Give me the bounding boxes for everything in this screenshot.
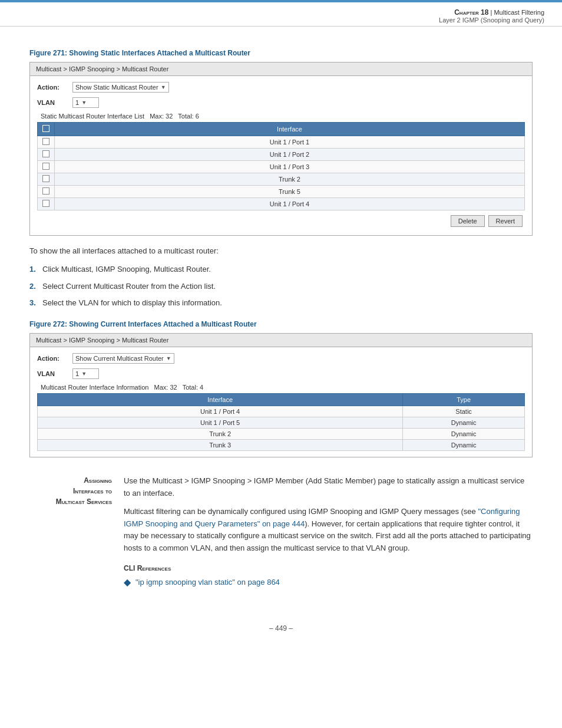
interface-table-272: Interface Type Unit 1 / Port 4StaticUnit… [37,393,525,451]
figure-271-title: Figure 271: Showing Static Interfaces At… [29,49,533,57]
row-checkbox[interactable] [38,173,55,186]
vlan-row-272: VLAN 1 ▼ [37,368,525,379]
figure-272-title: Figure 272: Showing Current Interfaces A… [29,320,533,328]
interface-col-header-272: Interface [38,394,403,406]
page-header: Chapter 18 | Multicast Filtering Layer 2… [0,2,562,27]
body-text-1: To show the all interfaces attached to a… [29,245,533,258]
select-all-checkbox[interactable] [42,125,49,132]
figure-272-panel: Multicast > IGMP Snooping > Multicast Ro… [29,333,533,457]
step-3-text: Select the VLAN for which to display thi… [42,297,533,309]
interface-cell: Trunk 3 [38,440,403,451]
action-select-272[interactable]: Show Current Multicast Router ▼ [72,353,174,364]
step-1-num: 1. [29,263,42,276]
assigning-section: Assigning Interfaces to Multicast Servic… [29,475,533,589]
chapter-info: Chapter 18 | Multicast Filtering Layer 2… [439,8,544,24]
page-footer: – 449 – [0,612,562,638]
vlan-select-arrow-272: ▼ [81,371,87,377]
action-row-272: Action: Show Current Multicast Router ▼ [37,353,525,364]
table-row: Unit 1 / Port 1 [38,136,525,149]
interface-cell: Unit 1 / Port 1 [55,136,525,149]
type-cell: Dynamic [403,440,525,451]
step-1-text: Click Multicast, IGMP Snooping, Multicas… [42,263,533,276]
aside-content: Use the Multicast > IGMP Snooping > IGMP… [124,475,533,589]
table-row: Unit 1 / Port 5Dynamic [38,417,525,429]
action-label-271: Action: [37,84,72,91]
panel-272-body: Action: Show Current Multicast Router ▼ … [30,347,532,457]
action-label-272: Action: [37,355,72,362]
chapter-label: Chapter 18 | Multicast Filtering [439,8,544,17]
step-3-num: 3. [29,297,42,309]
vlan-row-271: VLAN 1 ▼ [37,97,525,108]
step-2-num: 2. [29,281,42,293]
action-select-arrow-272: ▼ [166,355,171,361]
button-row-271: Delete Revert [37,210,525,229]
table-row: Trunk 3Dynamic [38,440,525,451]
table-row: Unit 1 / Port 4 [38,198,525,210]
step-2: 2. Select Current Multicast Router from … [29,281,533,293]
cli-link[interactable]: "ip igmp snooping vlan static" on page 8… [135,577,280,589]
assigning-para1: Use the Multicast > IGMP Snooping > IGMP… [124,475,533,500]
type-cell: Dynamic [403,417,525,429]
bullet-icon: ◆ [124,577,131,588]
row-checkbox[interactable] [38,161,55,173]
panel-271-header: Multicast > IGMP Snooping > Multicast Ro… [30,62,532,76]
vlan-select-272[interactable]: 1 ▼ [72,368,99,379]
step-1: 1. Click Multicast, IGMP Snooping, Multi… [29,263,533,276]
cli-ref-title: CLI References [124,563,533,574]
interface-cell: Unit 1 / Port 4 [55,198,525,210]
page-content: Figure 271: Showing Static Interfaces At… [0,27,562,612]
interface-cell: Trunk 5 [55,186,525,198]
interface-cell: Unit 1 / Port 3 [55,161,525,173]
chapter-subtitle: Layer 2 IGMP (Snooping and Query) [439,17,544,24]
panel-271-body: Action: Show Static Multicast Router ▼ V… [30,76,532,235]
interface-cell: Trunk 2 [55,173,525,186]
interface-cell: Unit 1 / Port 2 [55,149,525,161]
row-checkbox[interactable] [38,198,55,210]
table-row: Trunk 5 [38,186,525,198]
vlan-select-arrow-271: ▼ [81,100,87,106]
cli-ref-item: ◆ "ip igmp snooping vlan static" on page… [124,577,533,589]
action-row-271: Action: Show Static Multicast Router ▼ [37,82,525,93]
row-checkbox[interactable] [38,136,55,149]
figure-271-panel: Multicast > IGMP Snooping > Multicast Ro… [29,62,533,236]
row-checkbox[interactable] [38,149,55,161]
interface-table-271: Interface Unit 1 / Port 1Unit 1 / Port 2… [37,122,525,210]
action-select-arrow-271: ▼ [161,84,166,90]
cli-references: CLI References ◆ "ip igmp snooping vlan … [124,563,533,589]
list-info-272: Multicast Router Interface Information M… [37,384,525,391]
interface-cell: Trunk 2 [38,429,403,440]
table-row: Unit 1 / Port 2 [38,149,525,161]
vlan-label-272: VLAN [37,370,72,377]
list-info-271: Static Multicast Router Interface List M… [37,113,525,120]
step-2-text: Select Current Multicast Router from the… [42,281,533,293]
table-row: Unit 1 / Port 3 [38,161,525,173]
vlan-select-271[interactable]: 1 ▼ [72,97,99,108]
interface-col-header-271: Interface [55,123,525,136]
step-3: 3. Select the VLAN for which to display … [29,297,533,309]
type-cell: Static [403,406,525,417]
interface-cell: Unit 1 / Port 4 [38,406,403,417]
revert-button-271[interactable]: Revert [488,215,523,227]
table-row: Trunk 2Dynamic [38,429,525,440]
vlan-label-271: VLAN [37,99,72,106]
row-checkbox[interactable] [38,186,55,198]
select-all-header[interactable] [38,123,55,136]
type-col-header-272: Type [403,394,525,406]
table-row: Trunk 2 [38,173,525,186]
interface-cell: Unit 1 / Port 5 [38,417,403,429]
table-row: Unit 1 / Port 4Static [38,406,525,417]
type-cell: Dynamic [403,429,525,440]
panel-272-header: Multicast > IGMP Snooping > Multicast Ro… [30,334,532,347]
delete-button-271[interactable]: Delete [451,215,485,227]
aside-label: Assigning Interfaces to Multicast Servic… [29,475,124,589]
assigning-para2: Multicast filtering can be dynamically c… [124,506,533,555]
action-select-271[interactable]: Show Static Multicast Router ▼ [72,82,169,93]
